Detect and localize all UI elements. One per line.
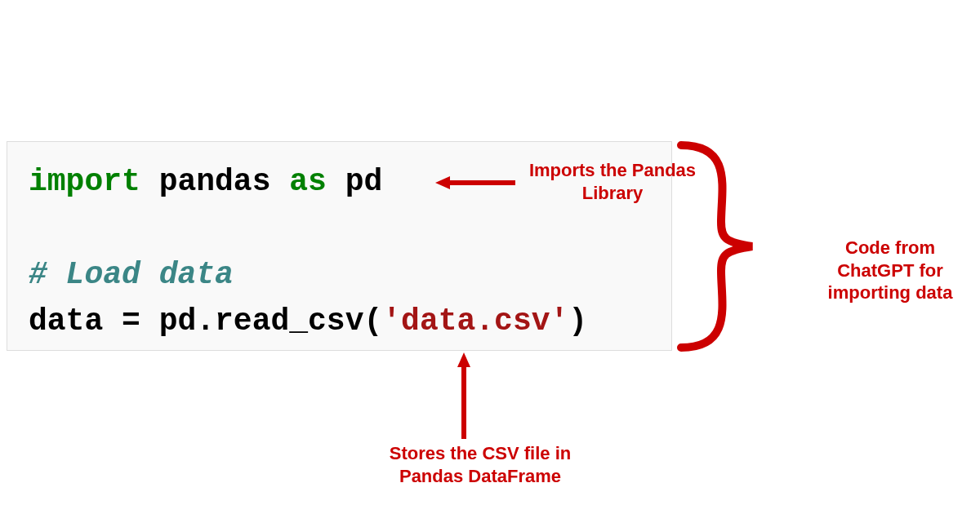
keyword-as: as	[289, 164, 327, 199]
arrow-up-icon	[457, 352, 470, 439]
keyword-import: import	[29, 164, 140, 199]
string-literal: 'data.csv'	[382, 304, 568, 339]
annotation-stores: Stores the CSV file in Pandas DataFrame	[374, 442, 586, 487]
blank-line	[29, 205, 650, 251]
arrow-left-icon	[435, 176, 515, 189]
curly-brace-icon	[676, 140, 799, 352]
text-assignment: data = pd.read_csv(	[29, 304, 382, 339]
annotation-source: Code from ChatGPT for importing data	[804, 237, 976, 304]
code-comment: # Load data	[29, 251, 650, 298]
text-pd: pd	[327, 164, 382, 199]
text-pandas: pandas	[140, 164, 289, 199]
code-line-3: data = pd.read_csv('data.csv')	[29, 298, 650, 344]
text-paren-close: )	[568, 304, 587, 339]
